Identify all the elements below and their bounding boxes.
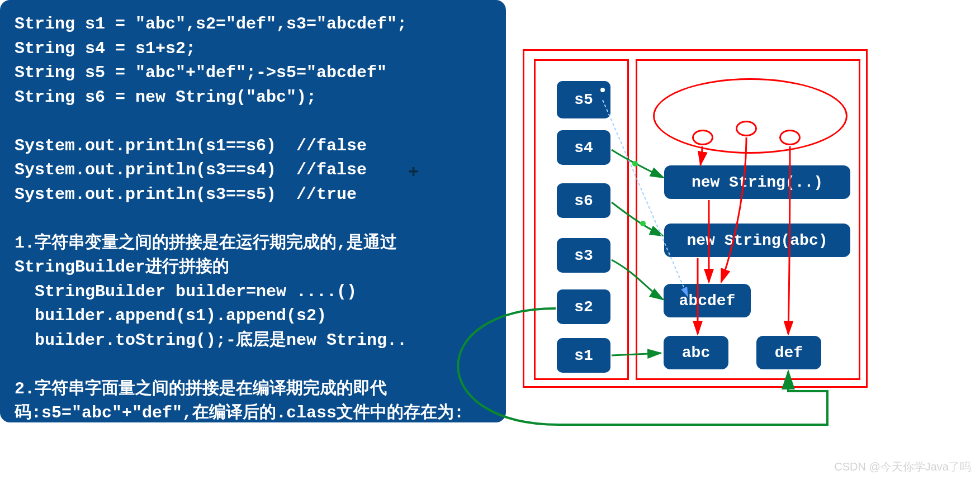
stack-var-s2: s2	[557, 289, 610, 324]
stack-var-s5: s5	[557, 81, 610, 118]
dot-icon	[600, 88, 605, 92]
heap-pool-def: def	[756, 336, 821, 369]
stack-var-s1: s1	[557, 338, 610, 373]
heap-pool-abcdef: abcdef	[664, 284, 751, 317]
code-panel: String s1 = "abc",s2="def",s3="abcdef"; …	[0, 0, 506, 422]
heap-new-string-dotdot: new String(..)	[664, 165, 850, 199]
stack-var-s6: s6	[557, 183, 610, 218]
watermark: CSDN @今天你学Java了吗	[834, 459, 971, 474]
heap-pool-abc: abc	[664, 336, 728, 369]
plus-symbol: +	[408, 162, 419, 183]
oval-small-2	[736, 121, 757, 136]
heap-new-string-abc: new String(abc)	[664, 224, 850, 257]
oval-small-3	[779, 130, 801, 145]
label: s5	[574, 91, 593, 108]
oval-small-1	[692, 130, 713, 145]
oval-large	[653, 78, 848, 154]
stack-var-s3: s3	[557, 238, 610, 273]
stack-var-s4: s4	[557, 130, 610, 165]
